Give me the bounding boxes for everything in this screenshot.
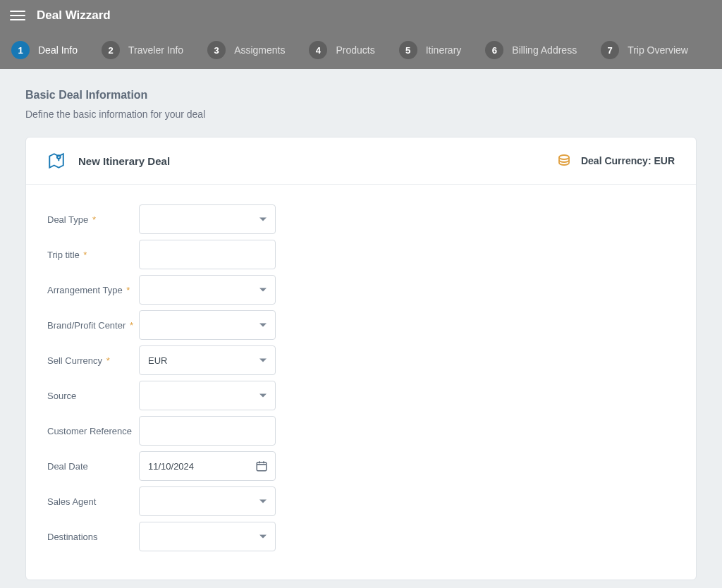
form-label: Brand/Profit Center * [47, 320, 139, 331]
menu-icon[interactable] [10, 8, 25, 23]
chevron-down-icon [259, 500, 267, 503]
destinations-select[interactable] [139, 522, 276, 551]
date-value: 11/10/2024 [148, 461, 194, 472]
form-row-sell-currency: Sell Currency *EUR [47, 343, 675, 378]
form-row-deal-date: Deal Date11/10/2024 [47, 448, 675, 484]
stepper: 1Deal Info2Traveler Info3Assigments4Prod… [10, 31, 712, 69]
topbar: Deal Wizzard 1Deal Info2Traveler Info3As… [0, 0, 722, 69]
step-6[interactable]: 6Billing Address [485, 41, 577, 59]
form-label: Destinations [47, 532, 139, 542]
form-label: Deal Type * [47, 214, 139, 225]
currency-label: Deal Currency: EUR [581, 155, 675, 166]
arrangement-type-select[interactable] [139, 275, 276, 305]
app-title: Deal Wizzard [37, 8, 111, 23]
step-number: 1 [11, 41, 30, 59]
trip-title-input-wrap [139, 240, 276, 269]
chevron-down-icon [259, 359, 267, 362]
coins-icon [556, 152, 573, 169]
sell-currency-select[interactable]: EUR [139, 345, 276, 375]
form-row-destinations: Destinations [47, 519, 675, 554]
required-mark: * [127, 320, 133, 331]
step-number: 2 [102, 41, 120, 59]
customer-ref-input[interactable] [148, 417, 267, 445]
step-3[interactable]: 3Assigments [207, 41, 285, 59]
form-label: Sales Agent [47, 496, 139, 507]
step-number: 3 [207, 41, 226, 59]
form-row-sales-agent: Sales Agent [47, 484, 675, 519]
form-label: Trip title * [47, 250, 139, 260]
step-number: 5 [399, 41, 417, 59]
deal-date-picker[interactable]: 11/10/2024 [139, 451, 276, 481]
card-header-right: Deal Currency: EUR [556, 152, 675, 169]
step-number: 7 [601, 41, 619, 59]
form: Deal Type *Trip title *Arrangement Type … [26, 185, 696, 580]
step-number: 4 [309, 41, 327, 59]
step-label: Deal Info [38, 44, 78, 56]
chevron-down-icon [259, 535, 267, 539]
step-label: Billing Address [512, 44, 577, 56]
card-title: New Itinerary Deal [78, 155, 170, 167]
select-value: EUR [148, 355, 167, 366]
trip-title-input[interactable] [148, 240, 267, 269]
required-mark: * [104, 355, 110, 366]
card-header-left: New Itinerary Deal [47, 152, 170, 170]
customer-ref-input-wrap [139, 416, 276, 446]
sales-agent-select[interactable] [139, 486, 276, 516]
chevron-down-icon [259, 218, 267, 221]
form-row-trip-title: Trip title * [47, 237, 675, 272]
step-4[interactable]: 4Products [309, 41, 374, 59]
step-label: Trip Overview [628, 44, 688, 56]
form-row-source: Source [47, 378, 675, 413]
step-label: Products [336, 44, 374, 56]
source-select[interactable] [139, 381, 276, 410]
chevron-down-icon [259, 394, 267, 398]
brand-select[interactable] [139, 310, 276, 340]
form-row-deal-type: Deal Type * [47, 202, 675, 237]
topbar-row: Deal Wizzard [10, 0, 712, 31]
form-label: Deal Date [47, 461, 139, 472]
svg-point-1 [559, 155, 569, 159]
form-row-customer-ref: Customer Reference [47, 413, 675, 448]
card-header: New Itinerary Deal Deal Currency: EUR [26, 137, 696, 185]
form-row-brand: Brand/Profit Center * [47, 307, 675, 343]
page-body: Basic Deal Information Define the basic … [0, 69, 722, 588]
required-mark: * [90, 214, 96, 225]
step-1[interactable]: 1Deal Info [11, 41, 78, 59]
form-label: Arrangement Type * [47, 285, 139, 295]
form-label: Customer Reference [47, 426, 139, 436]
required-mark: * [81, 250, 87, 260]
step-7[interactable]: 7Trip Overview [601, 41, 688, 59]
step-label: Assigments [234, 44, 285, 56]
calendar-icon [255, 460, 268, 472]
step-label: Itinerary [426, 44, 462, 56]
chevron-down-icon [259, 288, 267, 292]
step-5[interactable]: 5Itinerary [399, 41, 462, 59]
form-label: Sell Currency * [47, 355, 139, 366]
section-title: Basic Deal Information [25, 89, 697, 102]
chevron-down-icon [259, 324, 267, 327]
form-label: Source [47, 391, 139, 401]
required-mark: * [124, 285, 130, 295]
step-2[interactable]: 2Traveler Info [102, 41, 183, 59]
deal-type-select[interactable] [139, 204, 276, 234]
form-row-arrangement-type: Arrangement Type * [47, 272, 675, 307]
svg-rect-2 [257, 463, 267, 471]
deal-card: New Itinerary Deal Deal Currency: EUR De… [25, 137, 697, 580]
section-subtitle: Define the basic information for your de… [25, 109, 697, 120]
step-number: 6 [485, 41, 503, 59]
step-label: Traveler Info [128, 44, 183, 56]
map-pin-icon [47, 152, 66, 170]
